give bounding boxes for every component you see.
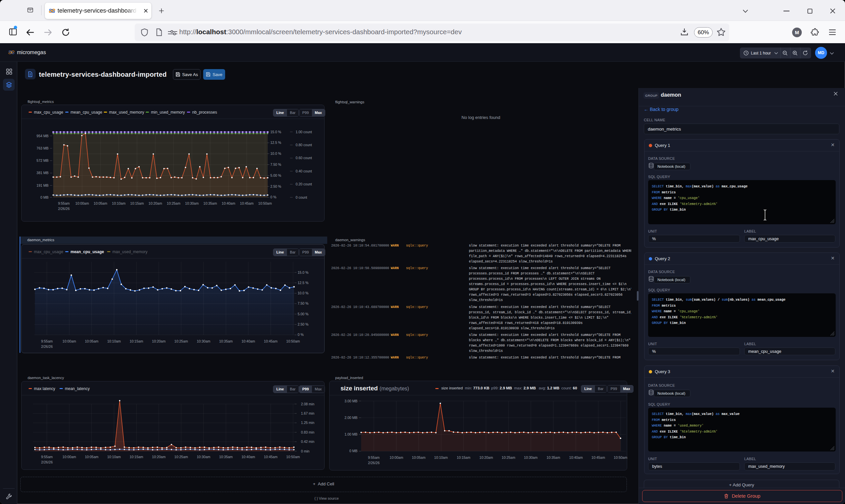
svg-text:0 %: 0 % bbox=[298, 332, 304, 337]
svg-text:10:00am: 10:00am bbox=[390, 455, 403, 460]
svg-text:9:55am: 9:55am bbox=[58, 201, 69, 205]
svg-text:2.50 %: 2.50 % bbox=[270, 184, 281, 188]
svg-text:0.40 count: 0.40 count bbox=[296, 169, 312, 173]
svg-text:10:40am: 10:40am bbox=[241, 455, 255, 459]
svg-text:0.80 count: 0.80 count bbox=[296, 143, 312, 147]
svg-text:15.0 %: 15.0 % bbox=[270, 130, 281, 134]
svg-text:1.00 MB: 1.00 MB bbox=[345, 432, 358, 436]
svg-text:0 min: 0 min bbox=[301, 449, 310, 453]
svg-text:2/26/26: 2/26/26 bbox=[58, 206, 69, 211]
svg-text:191 MB: 191 MB bbox=[37, 183, 49, 187]
svg-text:7.50 %: 7.50 % bbox=[270, 162, 281, 166]
svg-text:9:55am: 9:55am bbox=[41, 339, 53, 343]
svg-text:9:55am: 9:55am bbox=[368, 455, 379, 460]
svg-text:10:50am: 10:50am bbox=[286, 455, 300, 459]
svg-text:10:15am: 10:15am bbox=[131, 201, 144, 205]
svg-text:10:35am: 10:35am bbox=[219, 339, 233, 343]
svg-text:10:30am: 10:30am bbox=[185, 201, 199, 205]
svg-text:10:10am: 10:10am bbox=[107, 455, 121, 459]
svg-text:10:45am: 10:45am bbox=[264, 455, 278, 459]
svg-text:10:15am: 10:15am bbox=[130, 339, 143, 343]
svg-text:10:30am: 10:30am bbox=[197, 455, 210, 459]
svg-text:10:45am: 10:45am bbox=[240, 201, 254, 205]
svg-text:10:50am: 10:50am bbox=[286, 339, 300, 343]
svg-text:10:35am: 10:35am bbox=[547, 455, 561, 460]
svg-text:572 MB: 572 MB bbox=[37, 159, 49, 162]
svg-text:10:20am: 10:20am bbox=[152, 339, 166, 343]
svg-text:10:05am: 10:05am bbox=[412, 455, 426, 460]
svg-text:0 MB: 0 MB bbox=[349, 449, 358, 453]
svg-text:10:40am: 10:40am bbox=[569, 455, 583, 460]
svg-text:10:15am: 10:15am bbox=[457, 455, 470, 460]
svg-text:9:55am: 9:55am bbox=[41, 455, 53, 459]
svg-text:10:05am: 10:05am bbox=[85, 455, 99, 459]
svg-text:5.00 %: 5.00 % bbox=[298, 312, 309, 316]
svg-text:10.0 %: 10.0 % bbox=[270, 151, 281, 156]
svg-text:12.5 %: 12.5 % bbox=[298, 281, 309, 285]
svg-text:10:20am: 10:20am bbox=[149, 201, 162, 205]
svg-text:10:45am: 10:45am bbox=[264, 339, 278, 343]
svg-text:1.25 min: 1.25 min bbox=[301, 420, 314, 425]
svg-text:10:10am: 10:10am bbox=[434, 455, 448, 460]
svg-text:0 count: 0 count bbox=[296, 195, 307, 199]
svg-text:12.5 %: 12.5 % bbox=[270, 141, 281, 145]
svg-text:381 MB: 381 MB bbox=[37, 171, 49, 175]
svg-text:954 MB: 954 MB bbox=[37, 134, 49, 138]
svg-text:10:15am: 10:15am bbox=[130, 455, 143, 459]
svg-text:0 MB: 0 MB bbox=[40, 195, 49, 199]
svg-text:2.00 MB: 2.00 MB bbox=[345, 416, 358, 420]
svg-text:0 %: 0 % bbox=[270, 195, 276, 199]
svg-text:10:45am: 10:45am bbox=[591, 455, 605, 460]
svg-text:1.00 count: 1.00 count bbox=[296, 130, 312, 134]
svg-text:10:05am: 10:05am bbox=[85, 339, 99, 343]
svg-text:10:00am: 10:00am bbox=[63, 339, 76, 343]
svg-text:0.83 min: 0.83 min bbox=[301, 430, 314, 434]
svg-text:10:20am: 10:20am bbox=[152, 455, 166, 459]
svg-text:10:00am: 10:00am bbox=[75, 201, 89, 205]
svg-text:3.00 MB: 3.00 MB bbox=[345, 399, 358, 403]
svg-text:10:10am: 10:10am bbox=[112, 201, 126, 205]
svg-text:2/26/26: 2/26/26 bbox=[41, 460, 53, 464]
svg-text:10:25am: 10:25am bbox=[174, 455, 188, 459]
svg-text:10.0 %: 10.0 % bbox=[298, 291, 309, 295]
svg-text:7.50 %: 7.50 % bbox=[298, 301, 309, 305]
svg-text:15.0 %: 15.0 % bbox=[298, 270, 309, 274]
svg-text:1.67 min: 1.67 min bbox=[301, 411, 314, 415]
svg-text:10:20am: 10:20am bbox=[480, 455, 493, 460]
svg-text:10:25am: 10:25am bbox=[167, 201, 180, 205]
svg-text:0.60 count: 0.60 count bbox=[296, 156, 312, 160]
svg-text:10:50am: 10:50am bbox=[614, 455, 627, 460]
svg-text:10:35am: 10:35am bbox=[204, 201, 217, 205]
svg-text:2/26/26: 2/26/26 bbox=[41, 344, 53, 348]
svg-text:10:00am: 10:00am bbox=[63, 455, 76, 459]
svg-text:0.20 count: 0.20 count bbox=[296, 182, 312, 186]
svg-text:10:25am: 10:25am bbox=[502, 455, 515, 460]
svg-text:10:25am: 10:25am bbox=[174, 339, 188, 343]
svg-text:5.00 %: 5.00 % bbox=[270, 174, 281, 177]
svg-text:2.08 min: 2.08 min bbox=[301, 402, 314, 406]
svg-text:2.50 %: 2.50 % bbox=[298, 322, 309, 326]
svg-text:10:10am: 10:10am bbox=[107, 339, 121, 343]
svg-text:10:40am: 10:40am bbox=[222, 201, 236, 205]
svg-text:10:35am: 10:35am bbox=[219, 455, 233, 459]
svg-text:10:30am: 10:30am bbox=[197, 339, 210, 343]
svg-text:2/26/26: 2/26/26 bbox=[368, 461, 379, 465]
svg-text:10:05am: 10:05am bbox=[94, 201, 107, 205]
svg-text:10:40am: 10:40am bbox=[241, 339, 255, 343]
svg-text:0.42 min: 0.42 min bbox=[301, 439, 314, 444]
svg-text:10:30am: 10:30am bbox=[524, 455, 538, 460]
svg-text:763 MB: 763 MB bbox=[37, 146, 49, 150]
svg-text:10:50am: 10:50am bbox=[258, 201, 272, 205]
